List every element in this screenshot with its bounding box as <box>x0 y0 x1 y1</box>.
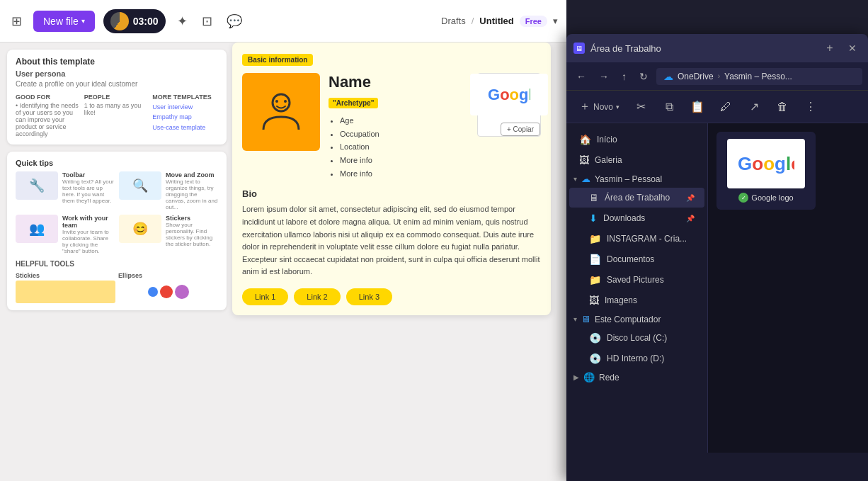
basic-info-badge: Basic information <box>242 54 313 66</box>
layout-button[interactable]: ⊡ <box>199 11 215 32</box>
main-card: Basic information Name "Archetype" Age O… <box>232 43 551 315</box>
sidebar-saved-pictures-label: Saved Pictures <box>607 275 695 285</box>
fe-more-button[interactable]: ⋮ <box>798 97 823 116</box>
about-table: GOOD FOR • Identifying the needs of your… <box>16 94 218 137</box>
pin-icon: 📌 <box>686 194 695 202</box>
fe-up-button[interactable]: ↑ <box>617 68 631 85</box>
sidebar-galeria-label: Galeria <box>595 155 695 165</box>
card-links: Link 1 Link 2 Link 3 <box>242 288 541 305</box>
google-logo-file[interactable]: Google ✓ Google logo <box>716 132 816 210</box>
link1-button[interactable]: Link 1 <box>242 288 288 305</box>
sidebar-item-downloads[interactable]: ⬇ Downloads 📌 <box>569 208 704 228</box>
chat-button[interactable]: 💬 <box>224 11 245 32</box>
google-file-name: Google logo <box>751 193 793 202</box>
sidebar-section-rede[interactable]: ▶ 🌐 Rede <box>566 369 707 385</box>
sidebar-item-documentos[interactable]: 📄 Documentos <box>569 249 704 269</box>
col3-title: MORE TEMPLATES <box>152 94 218 101</box>
copy-button[interactable]: + Copiar <box>501 123 540 136</box>
fe-rename-icon: 🖊 <box>720 101 731 113</box>
network-sidebar-icon: 🌐 <box>583 372 595 383</box>
archetype-badge: "Archetype" <box>329 98 378 108</box>
sidebar-item-diskc[interactable]: 💿 Disco Local (C:) <box>569 328 704 348</box>
attr-more1: More info <box>340 154 469 167</box>
link2-button[interactable]: Link 2 <box>294 288 340 305</box>
fe-toolbar: ＋ Novo ▾ ✂ ⧉ 📋 🖊 ↗ 🗑 ⋮ <box>566 91 868 123</box>
downloads-pin-icon: 📌 <box>686 215 695 222</box>
file-explorer-window: 🖥 Área de Trabalho + ✕ ← → ↑ ↻ ☁ OneDriv… <box>566 34 868 481</box>
tip-toolbar: 🔧 Toolbar Writing text? All your text to… <box>16 171 115 210</box>
timer-icon <box>110 12 129 30</box>
fe-paste-button[interactable]: 📋 <box>685 97 710 116</box>
fe-back-button[interactable]: ← <box>572 68 590 85</box>
sidebar-diskc-label: Disco Local (C:) <box>607 333 695 343</box>
fe-delete-button[interactable]: 🗑 <box>770 98 795 116</box>
svg-point-2 <box>284 100 287 103</box>
rede-section-label: Rede <box>599 373 619 383</box>
sidebar-item-imagens[interactable]: 🖼 Imagens <box>569 290 704 310</box>
tip-toolbar-thumb: 🔧 <box>16 171 58 200</box>
fe-address-bar[interactable]: ☁ OneDrive › Yasmin – Pesso... <box>656 68 862 85</box>
tools-grid: Stickies Ellipses <box>16 272 218 303</box>
tool-ellipses-preview <box>118 281 218 303</box>
sidebar-item-galeria[interactable]: 🖼 Galeria <box>569 150 704 170</box>
fe-new-button[interactable]: ＋ Novo ▾ <box>573 96 625 117</box>
breadcrumb-title: Untitled <box>479 16 513 26</box>
spark-button[interactable]: ✦ <box>174 11 190 32</box>
attr-occupation: Occupation <box>340 128 469 141</box>
tip-stickers: 😊 Stickers Show your personality. Find s… <box>119 215 218 254</box>
fe-share-button[interactable]: ↗ <box>741 97 767 116</box>
tip-toolbar-name: Toolbar <box>62 171 115 179</box>
fe-rename-button[interactable]: 🖊 <box>713 98 738 116</box>
section-computer-chevron: ▾ <box>573 315 577 323</box>
timer-display: 03:00 <box>103 9 166 33</box>
disk-c-icon: 💿 <box>589 332 601 344</box>
gallery-icon: 🖼 <box>579 154 589 166</box>
quick-tips-title: Quick tips <box>16 159 218 167</box>
col2-title: PEOPLE <box>84 94 150 101</box>
col1-item: • Identifying the needs of your users so… <box>16 102 81 137</box>
sidebar-desktop-label: Área de Trabalho <box>605 193 680 203</box>
fe-forward-button[interactable]: → <box>595 68 613 85</box>
fe-copy-button[interactable]: ⧉ <box>656 98 682 116</box>
breadcrumb-separator: / <box>472 16 474 26</box>
card-top: Name "Archetype" Age Occupation Location… <box>242 73 541 180</box>
new-file-button[interactable]: New file ▾ <box>33 11 95 32</box>
fe-title-icon: 🖥 <box>573 43 585 54</box>
fe-main: 🏠 Início 🖼 Galeria ▾ ☁ Yasmin – Pessoal … <box>566 123 868 453</box>
sidebar-item-hdd[interactable]: 💿 HD Interno (D:) <box>569 349 704 368</box>
link3-button[interactable]: Link 3 <box>346 288 392 305</box>
fe-new-tab-button[interactable]: + <box>821 40 838 57</box>
col3-items: User interviewEmpathy mapUse-case templa… <box>152 102 218 132</box>
fe-close-button[interactable]: ✕ <box>844 40 861 57</box>
sidebar-item-desktop[interactable]: 🖥 Área de Trabalho 📌 <box>569 188 704 208</box>
sidebar-item-inicio[interactable]: 🏠 Início <box>569 130 704 149</box>
dropdown-icon[interactable]: ▾ <box>553 16 558 26</box>
canvas-content: About this template User persona Create … <box>0 43 566 481</box>
sidebar-downloads-label: Downloads <box>603 213 680 223</box>
sidebar-section-yasmin[interactable]: ▾ ☁ Yasmin – Pessoal <box>566 171 707 187</box>
google-svg-small: Google <box>488 86 530 103</box>
fe-path-chevron: › <box>718 72 720 80</box>
images-icon: 🖼 <box>589 295 599 306</box>
sidebar-imagens-label: Imagens <box>605 295 695 305</box>
tip-move-zoom-name: Move and Zoom <box>166 171 218 179</box>
sidebar-item-instagram[interactable]: 📁 INSTAGRAM - Cria... <box>569 229 704 249</box>
fe-cut-button[interactable]: ✂ <box>628 97 653 116</box>
tool-ellipses-name: Ellipses <box>118 272 218 279</box>
grid-icon[interactable]: ⊞ <box>8 11 25 32</box>
documents-icon: 📄 <box>589 254 601 265</box>
sidebar-section-computer[interactable]: ▾ 🖥 Este Computador <box>566 311 707 327</box>
main-toolbar: ⊞ New file ▾ 03:00 ✦ ⊡ 💬 Drafts / Untitl… <box>0 0 566 43</box>
attr-location: Location <box>340 140 469 154</box>
sidebar-item-saved-pictures[interactable]: 📁 Saved Pictures <box>569 270 704 290</box>
about-subtitle: User persona <box>16 69 218 78</box>
bio-section: Bio Lorem ipsum dolor sit amet, consecte… <box>242 188 541 278</box>
tip-move-zoom-thumb: 🔍 <box>119 171 161 200</box>
about-box: About this template User persona Create … <box>7 50 227 145</box>
fe-titlebar: 🖥 Área de Trabalho + ✕ <box>566 34 868 62</box>
sidebar-documentos-label: Documentos <box>607 254 695 264</box>
sidebar-instagram-label: INSTAGRAM - Cria... <box>607 234 695 244</box>
fe-refresh-button[interactable]: ↻ <box>635 68 652 85</box>
col2-item: 1 to as many as you like! <box>84 102 150 116</box>
fe-sidebar: 🏠 Início 🖼 Galeria ▾ ☁ Yasmin – Pessoal … <box>566 123 708 453</box>
